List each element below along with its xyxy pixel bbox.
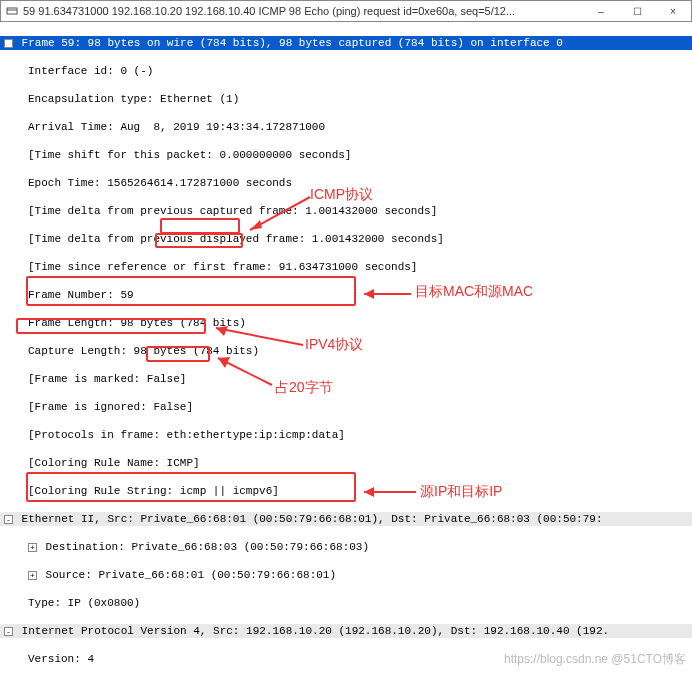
packet-tree[interactable]: - Frame 59: 98 bytes on wire (784 bits),…	[0, 22, 692, 674]
minimize-button[interactable]: –	[583, 1, 619, 21]
frame-ignored[interactable]: [Frame is ignored: False]	[0, 400, 692, 414]
frame-header-row[interactable]: - Frame 59: 98 bytes on wire (784 bits),…	[0, 36, 692, 50]
annotation-mac: 目标MAC和源MAC	[415, 284, 533, 298]
frame-number[interactable]: Frame Number: 59	[0, 288, 692, 302]
frame-interface-id[interactable]: Interface id: 0 (-)	[0, 64, 692, 78]
svg-line-6	[216, 328, 303, 345]
ip-header-row[interactable]: - Internet Protocol Version 4, Src: 192.…	[0, 624, 692, 638]
maximize-button[interactable]: ☐	[619, 1, 655, 21]
frame-color-name[interactable]: [Coloring Rule Name: ICMP]	[0, 456, 692, 470]
watermark: https://blog.csdn.ne @51CTO博客	[504, 651, 686, 668]
annotation-ipv4: IPV4协议	[305, 337, 363, 351]
frame-encapsulation[interactable]: Encapsulation type: Ethernet (1)	[0, 92, 692, 106]
window-titlebar: 59 91.634731000 192.168.10.20 192.168.10…	[0, 0, 692, 22]
frame-color-string[interactable]: [Coloring Rule String: icmp || icmpv6]	[0, 484, 692, 498]
frame-since-ref[interactable]: [Time since reference or first frame: 91…	[0, 260, 692, 274]
svg-marker-3	[250, 220, 262, 230]
expand-icon[interactable]: +	[28, 543, 37, 552]
frame-length[interactable]: Frame Length: 98 bytes (784 bits)	[0, 316, 692, 330]
window-title: 59 91.634731000 192.168.10.20 192.168.10…	[23, 5, 583, 17]
frame-marked[interactable]: [Frame is marked: False]	[0, 372, 692, 386]
svg-rect-0	[7, 8, 17, 14]
close-button[interactable]: ×	[655, 1, 691, 21]
annotation-ips: 源IP和目标IP	[420, 484, 502, 498]
frame-delta-disp[interactable]: [Time delta from previous displayed fram…	[0, 232, 692, 246]
app-icon	[5, 4, 19, 18]
collapse-icon[interactable]: -	[4, 39, 13, 48]
collapse-icon[interactable]: -	[4, 627, 13, 636]
eth-destination[interactable]: + Destination: Private_66:68:03 (00:50:7…	[0, 540, 692, 554]
annotation-20bytes: 占20字节	[275, 380, 333, 394]
eth-type[interactable]: Type: IP (0x0800)	[0, 596, 692, 610]
frame-delta-prev[interactable]: [Time delta from previous captured frame…	[0, 204, 692, 218]
expand-icon[interactable]: +	[28, 571, 37, 580]
frame-arrival[interactable]: Arrival Time: Aug 8, 2019 19:43:34.17287…	[0, 120, 692, 134]
annotation-icmp-proto: ICMP协议	[310, 187, 373, 201]
frame-protocols[interactable]: [Protocols in frame: eth:ethertype:ip:ic…	[0, 428, 692, 442]
eth-source[interactable]: + Source: Private_66:68:01 (00:50:79:66:…	[0, 568, 692, 582]
ethernet-header-row[interactable]: - Ethernet II, Src: Private_66:68:01 (00…	[0, 512, 692, 526]
collapse-icon[interactable]: -	[4, 515, 13, 524]
svg-marker-9	[218, 357, 230, 368]
frame-timeshift[interactable]: [Time shift for this packet: 0.000000000…	[0, 148, 692, 162]
